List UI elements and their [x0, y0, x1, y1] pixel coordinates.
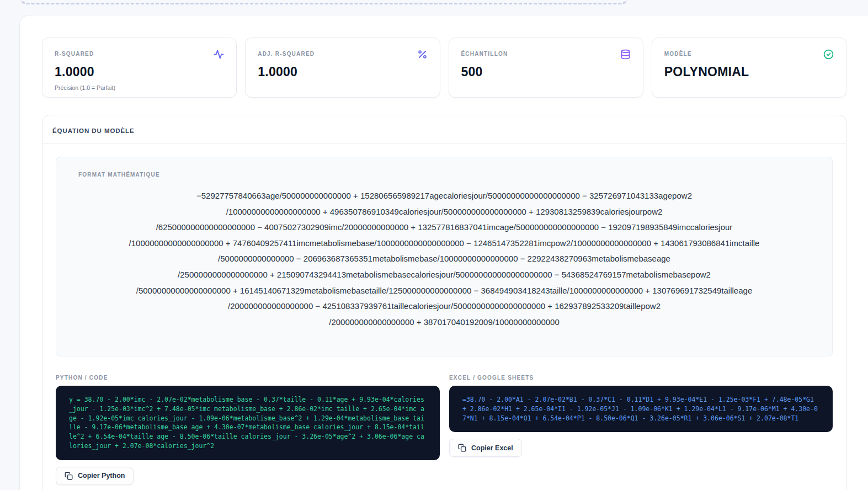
stat-card-adj-r-squared: ADJ. R-SQUARED 1.0000: [245, 38, 440, 98]
math-format-label: FORMAT MATHÉMATIQUE: [78, 172, 810, 178]
stat-value: 1.0000: [258, 65, 427, 79]
stat-card-row: R-SQUARED 1.0000 Précision (1.0 = Parfai…: [42, 38, 846, 98]
model-equation-text: −52927757840663age/500000000000000 + 152…: [78, 188, 810, 330]
excel-code-column: EXCEL / GOOGLE SHEETS =38.70 - 2.00*A1 -…: [449, 375, 833, 457]
stat-label: R-SQUARED: [55, 49, 94, 57]
equation-section-title: ÉQUATION DU MODÈLE: [52, 127, 135, 134]
copy-excel-label: Copier Excel: [471, 444, 513, 452]
copy-icon: [458, 444, 466, 452]
python-code-block: y = 38.70 - 2.00*imc - 2.07e-02*metaboli…: [56, 386, 440, 460]
dropzone-dashed-outline: [20, 0, 628, 4]
percent-icon: [417, 49, 428, 60]
stat-value: 1.0000: [55, 65, 224, 79]
database-icon: [620, 49, 631, 60]
equation-section-body: FORMAT MATHÉMATIQUE −52927757840663age/5…: [42, 144, 846, 485]
stat-label: ADJ. R-SQUARED: [258, 49, 315, 57]
stat-label: MODÈLE: [664, 49, 692, 57]
stat-value: POLYNOMIAL: [664, 65, 834, 79]
stat-card-r-squared: R-SQUARED 1.0000 Précision (1.0 = Parfai…: [42, 38, 237, 98]
stat-subtext: Précision (1.0 = Parfait): [55, 84, 224, 91]
results-content: R-SQUARED 1.0000 Précision (1.0 = Parfai…: [42, 38, 846, 490]
python-code-column: PYTHON / CODE y = 38.70 - 2.00*imc - 2.0…: [56, 375, 440, 485]
results-panel: R-SQUARED 1.0000 Précision (1.0 = Parfai…: [19, 15, 868, 490]
activity-icon: [214, 49, 224, 60]
code-columns: PYTHON / CODE y = 38.70 - 2.00*imc - 2.0…: [56, 375, 833, 485]
math-format-box: FORMAT MATHÉMATIQUE −52927757840663age/5…: [56, 157, 833, 356]
copy-python-button[interactable]: Copier Python: [56, 467, 134, 485]
excel-code-label: EXCEL / GOOGLE SHEETS: [449, 375, 833, 381]
python-code-label: PYTHON / CODE: [56, 375, 440, 381]
equation-section: ÉQUATION DU MODÈLE FORMAT MATHÉMATIQUE −…: [42, 115, 846, 490]
copy-python-label: Copier Python: [78, 472, 125, 480]
stat-card-model-type: MODÈLE POLYNOMIAL: [652, 38, 846, 98]
stat-card-sample-size: ÉCHANTILLON 500: [449, 38, 643, 98]
stat-value: 500: [461, 65, 631, 79]
check-circle-icon: [823, 49, 834, 60]
copy-excel-button[interactable]: Copier Excel: [449, 439, 522, 457]
equation-section-header: ÉQUATION DU MODÈLE: [42, 115, 846, 144]
stat-label: ÉCHANTILLON: [461, 49, 508, 57]
excel-code-block: =38.70 - 2.00*A1 - 2.07e-02*B1 - 0.37*C1…: [449, 386, 833, 432]
copy-icon: [65, 472, 73, 480]
